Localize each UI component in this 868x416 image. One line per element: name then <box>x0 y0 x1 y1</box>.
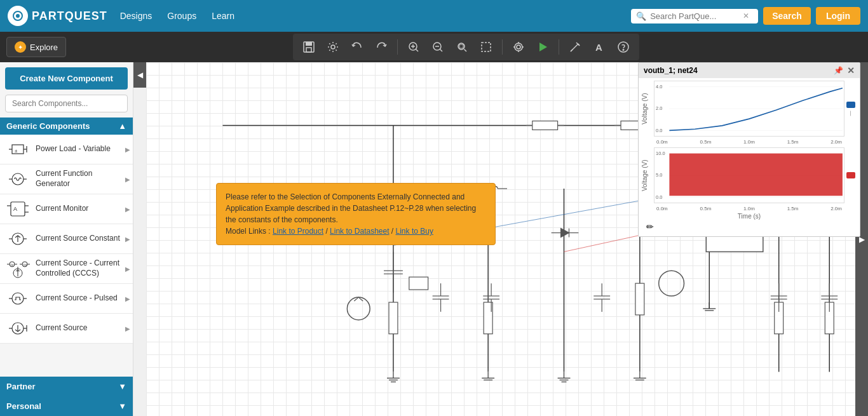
upper-chart-legend: — <box>844 81 857 137</box>
search-box: 🔍 ✕ <box>631 9 758 23</box>
nav-learn[interactable]: Learn <box>212 8 234 23</box>
svg-rect-120 <box>389 302 398 334</box>
tooltip-link-buy[interactable]: Link to Buy <box>396 227 433 236</box>
sidebar-collapse-button[interactable]: ◀ <box>133 62 146 88</box>
select-tool[interactable] <box>475 36 497 58</box>
chart-title: voutb_1; net24 <box>644 66 698 75</box>
current-function-gen-icon <box>5 168 31 190</box>
lower-x-tick-3: 1.5m <box>787 206 799 211</box>
cccs-icon: Ic Io <box>5 258 31 279</box>
component-current-source-pulsed[interactable]: Current Source - Pulsed ▶ <box>0 284 133 314</box>
lower-chart-row: Voltage (V) 10.0 5.0 0.0 <box>641 147 857 203</box>
redo-tool[interactable] <box>370 36 392 58</box>
lower-x-tick-2: 1.0m <box>743 206 755 211</box>
nav-designs[interactable]: Designs <box>120 8 153 23</box>
main-layout: Create New Component Generic Components … <box>0 62 868 416</box>
current-monitor-label: Current Monitor <box>36 204 88 214</box>
svg-line-9 <box>416 50 418 52</box>
create-component-button[interactable]: Create New Component <box>5 67 128 90</box>
svg-point-101 <box>659 271 684 296</box>
upper-chart-content: 4.0 2.0 0.0 <box>654 81 844 137</box>
component-current-source-constant[interactable]: Current Source Constant ▶ <box>0 224 133 254</box>
login-button[interactable]: Login <box>816 7 860 25</box>
chart-close-icon[interactable]: ✕ <box>847 65 855 76</box>
partner-section[interactable]: Partner ▼ <box>0 377 133 396</box>
tooltip-text: Please refer to the Selection of Compone… <box>226 192 476 224</box>
cccs-label: Current Source - Current Controlled (CCC… <box>36 258 128 278</box>
explore-icon: ✦ <box>15 41 26 53</box>
clear-icon[interactable]: ✕ <box>743 11 749 20</box>
nav-links: Designs Groups Learn <box>120 8 619 23</box>
svg-text:±: ± <box>15 148 18 154</box>
svg-rect-62 <box>532 121 558 130</box>
chart-pin-icon[interactable]: 📌 <box>834 66 843 75</box>
chart-header-actions: 📌 ✕ <box>834 65 855 76</box>
power-load-arrow: ▶ <box>125 146 130 153</box>
chart-panel: voutb_1; net24 📌 ✕ Voltage (V) <box>638 62 860 237</box>
svg-rect-15 <box>459 44 463 48</box>
tooltip-link-datasheet[interactable]: Link to Datasheet <box>330 227 389 236</box>
save-tool[interactable] <box>298 36 320 58</box>
component-current-source[interactable]: Current Source ▶ <box>0 314 133 344</box>
zoom-out-tool[interactable] <box>427 36 449 58</box>
undo-tool[interactable] <box>346 36 368 58</box>
search-components-input[interactable] <box>5 95 128 112</box>
current-source-pulsed-arrow: ▶ <box>125 295 130 302</box>
svg-rect-25 <box>12 145 24 154</box>
component-power-load[interactable]: ± Power Load - Variable ▶ <box>0 135 133 164</box>
power-load-label: Power Load - Variable <box>36 144 111 154</box>
svg-rect-122 <box>635 283 644 315</box>
current-monitor-arrow: ▶ <box>125 206 130 213</box>
component-current-function-gen[interactable]: Current Function Generator ▶ <box>0 164 133 194</box>
generic-components-header[interactable]: Generic Components ▲ <box>0 117 133 135</box>
x-tick-0: 0.0m <box>656 139 668 145</box>
pencil-icon[interactable]: ✏ <box>644 220 656 233</box>
upper-chart-row: Voltage (V) 4.0 2.0 0.0 <box>641 81 857 137</box>
nav-groups[interactable]: Groups <box>167 8 196 23</box>
canvas-area[interactable]: BD90640FJ_Tran RT FB SW PVIN EN VIN nGND… <box>146 62 868 416</box>
help-tool[interactable] <box>613 36 634 58</box>
explore-button[interactable]: ✦ Explore <box>6 37 66 57</box>
search-icon: 🔍 <box>636 11 646 21</box>
current-source-constant-icon <box>5 228 31 250</box>
chart-header: voutb_1; net24 📌 ✕ <box>639 63 860 78</box>
svg-text:5.0: 5.0 <box>656 172 662 178</box>
component-current-monitor[interactable]: A Current Monitor ▶ <box>0 194 133 224</box>
svg-marker-19 <box>539 43 547 51</box>
svg-point-30 <box>12 173 24 185</box>
current-function-gen-arrow: ▶ <box>125 176 130 183</box>
current-source-constant-arrow: ▶ <box>125 236 130 243</box>
toolbar-center: A <box>293 34 639 60</box>
search-input[interactable] <box>650 11 739 21</box>
logo: PARTQUEST <box>8 6 107 26</box>
svg-text:A: A <box>13 206 17 212</box>
x-tick-3: 1.5m <box>787 139 799 145</box>
play-tool[interactable] <box>532 36 553 58</box>
x-tick-1: 0.5m <box>700 139 712 145</box>
partner-arrow: ▼ <box>118 382 126 391</box>
svg-line-12 <box>440 50 442 52</box>
personal-label: Personal <box>6 401 41 411</box>
settings-tool[interactable] <box>322 36 344 58</box>
tooltip-link-product[interactable]: Link to Product <box>273 227 323 236</box>
component-cccs[interactable]: Ic Io Current Source - Current Controlle… <box>0 254 133 284</box>
pen-tool[interactable] <box>564 36 586 58</box>
zoom-fit-tool[interactable] <box>451 36 473 58</box>
svg-text:10.0: 10.0 <box>656 151 665 156</box>
generic-components-arrow: ▲ <box>118 121 126 131</box>
current-source-pulsed-label: Current Source - Pulsed <box>36 293 118 304</box>
svg-line-21 <box>571 50 573 51</box>
search-components-container <box>5 95 128 112</box>
zoom-in-tool[interactable] <box>403 36 424 58</box>
lower-x-tick-1: 0.5m <box>700 206 712 211</box>
tooltip-box: Please refer to the Selection of Compone… <box>216 183 496 245</box>
personal-arrow: ▼ <box>118 401 126 411</box>
x-tick-4: 2.0m <box>831 139 842 145</box>
svg-point-1 <box>16 14 20 18</box>
search-button[interactable]: Search <box>763 7 811 25</box>
component-tool[interactable] <box>508 36 529 58</box>
component-list: ± Power Load - Variable ▶ Current Functi… <box>0 135 133 377</box>
personal-section[interactable]: Personal ▼ <box>0 396 133 416</box>
text-tool[interactable]: A <box>588 36 610 58</box>
lower-y-label: Voltage (V) <box>641 147 654 203</box>
